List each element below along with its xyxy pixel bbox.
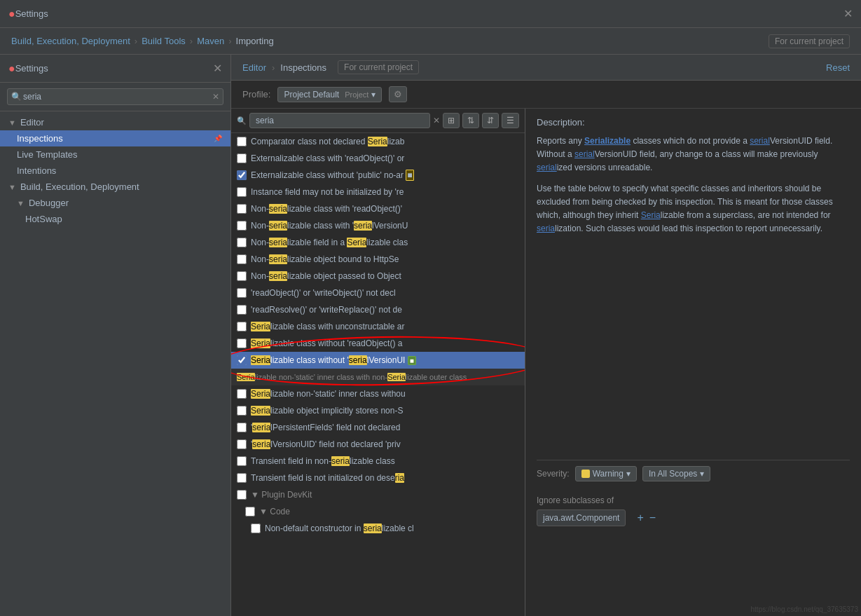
outer-window-title: Settings xyxy=(15,8,48,19)
list-item[interactable]: Transient field in non-serializable clas… xyxy=(231,453,525,470)
list-item[interactable]: Non-serializable object passed to Object xyxy=(231,268,525,285)
inspections-breadcrumb[interactable]: Inspections xyxy=(280,62,326,73)
sidebar-item-inspections[interactable]: Inspections 📌 xyxy=(0,130,230,146)
item-checkbox[interactable] xyxy=(237,389,247,399)
item-text: Comparator class not declared Serializab xyxy=(251,137,519,146)
item-checkbox[interactable] xyxy=(237,473,247,483)
item-checkbox[interactable] xyxy=(237,221,247,231)
list-item[interactable]: 'readResolve()' or 'writeReplace()' not … xyxy=(231,301,525,318)
sidebar-item-build-execution[interactable]: ▼ Build, Execution, Deployment xyxy=(0,179,230,195)
item-checkbox[interactable] xyxy=(237,187,247,197)
inspections-clear-icon[interactable]: ✕ xyxy=(433,116,440,125)
list-item[interactable]: Serializable class with unconstructable … xyxy=(231,318,525,335)
item-checkbox[interactable] xyxy=(237,170,247,180)
item-checkbox[interactable] xyxy=(237,423,247,432)
split-pane: 🔍 ✕ ⊞ ⇅ ⇵ ☰ Comparator class not declare… xyxy=(231,109,861,616)
top-for-project-btn[interactable]: For current project xyxy=(769,34,850,48)
list-item[interactable]: Non-serializable class with 'serialVersi… xyxy=(231,217,525,234)
item-checkbox[interactable] xyxy=(237,153,247,163)
breadcrumb-importing[interactable]: Importing xyxy=(236,36,274,46)
list-item[interactable]: Transient field is not initialized on de… xyxy=(231,470,525,486)
sidebar-inspections-label: Inspections xyxy=(17,133,63,144)
breadcrumb-maven[interactable]: Maven xyxy=(197,36,224,46)
list-item-category[interactable]: Serializable non-'static' inner class wi… xyxy=(231,369,525,385)
reset-btn[interactable]: Reset xyxy=(826,62,850,73)
list-item[interactable]: Non-serializable class with 'readObject(… xyxy=(231,200,525,217)
scope-select[interactable]: In All Scopes ▾ xyxy=(642,466,710,481)
inspections-search-input[interactable] xyxy=(249,113,430,128)
list-item-subcategory[interactable]: ▼ Code xyxy=(231,503,525,520)
list-item[interactable]: Serializable class without 'readObject()… xyxy=(231,335,525,352)
search-icon: 🔍 xyxy=(11,92,22,102)
content-for-project-btn[interactable]: For current project xyxy=(338,60,419,74)
item-checkbox[interactable] xyxy=(237,288,247,298)
item-text: 'readObject()' or 'writeObject()' not de… xyxy=(251,288,519,298)
list-item[interactable]: Serializable object implicitly stores no… xyxy=(231,402,525,419)
item-checkbox[interactable] xyxy=(237,254,247,264)
content-header: Editor › Inspections For current project… xyxy=(231,55,861,81)
list-item[interactable]: Serializable non-'static' inner class wi… xyxy=(231,385,525,402)
item-text: 'serialVersionUID' field not declared 'p… xyxy=(251,439,519,449)
list-item[interactable]: 'serialVersionUID' field not declared 'p… xyxy=(231,436,525,453)
expand-btn[interactable]: ⇅ xyxy=(462,113,479,128)
editor-breadcrumb-link[interactable]: Editor xyxy=(242,62,266,73)
add-entry-btn[interactable]: + xyxy=(637,512,643,524)
item-checkbox[interactable] xyxy=(237,456,247,466)
item-checkbox[interactable] xyxy=(237,271,247,281)
inner-close-btn[interactable]: ✕ xyxy=(213,62,222,75)
item-text: 'readResolve()' or 'writeReplace()' not … xyxy=(251,305,519,315)
sidebar-search-clear-icon[interactable]: ✕ xyxy=(212,92,219,102)
outer-window-bar: ● Settings ✕ xyxy=(0,0,861,28)
list-item[interactable]: Non-serializable field in a Serializable… xyxy=(231,234,525,251)
list-item[interactable]: Comparator class not declared Serializab xyxy=(231,133,525,150)
item-checkbox[interactable] xyxy=(237,490,247,500)
list-item[interactable]: Non-default constructor in serializable … xyxy=(231,520,525,537)
main-layout: ● Settings ✕ 🔍 ✕ ▼ Editor Inspections 📌 … xyxy=(0,55,861,616)
sidebar-item-intentions[interactable]: Intentions xyxy=(0,163,230,179)
item-text: Non-serializable field in a Serializable… xyxy=(251,238,519,247)
list-item-selected[interactable]: Serializable class without 'serialVersio… xyxy=(231,352,525,369)
item-checkbox[interactable] xyxy=(237,439,247,449)
item-checkbox[interactable] xyxy=(237,137,247,146)
severity-select[interactable]: Warning ▾ xyxy=(575,466,637,481)
item-checkbox[interactable] xyxy=(237,204,247,214)
scope-value: In All Scopes xyxy=(649,469,697,479)
item-checkbox[interactable] xyxy=(237,305,247,315)
sidebar-search-input[interactable] xyxy=(7,88,223,105)
list-item[interactable]: Externalizable class without 'public' no… xyxy=(231,167,525,184)
sidebar-item-debugger[interactable]: ▼ Debugger xyxy=(0,195,230,211)
sidebar-item-editor[interactable]: ▼ Editor xyxy=(0,114,230,130)
list-item[interactable]: Instance field may not be initialized by… xyxy=(231,184,525,200)
list-item[interactable]: 'readObject()' or 'writeObject()' not de… xyxy=(231,285,525,301)
item-checkbox[interactable] xyxy=(237,322,247,331)
remove-entry-btn[interactable]: − xyxy=(649,512,656,524)
item-checkbox[interactable] xyxy=(237,355,247,365)
list-item-category2[interactable]: ▼ Plugin DevKit xyxy=(231,486,525,503)
filter-btn[interactable]: ⊞ xyxy=(443,113,460,128)
sidebar-item-live-templates[interactable]: Live Templates xyxy=(0,146,230,163)
sidebar-item-hotswap[interactable]: HotSwap xyxy=(0,211,230,227)
breadcrumb-buildtools[interactable]: Build Tools xyxy=(142,36,186,46)
list-item[interactable]: 'serialPersistentFields' field not decla… xyxy=(231,419,525,436)
list-item[interactable]: Non-serializable object bound to HttpSe xyxy=(231,251,525,268)
item-checkbox[interactable] xyxy=(251,523,261,533)
menu-btn[interactable]: ☰ xyxy=(502,113,519,128)
description-text-2: Use the table below to specify what spec… xyxy=(537,182,850,236)
app-icon: ● xyxy=(8,8,15,20)
list-item[interactable]: Externalizable class with 'readObject()'… xyxy=(231,150,525,167)
ignore-section: Ignore subclasses of java.awt.Component … xyxy=(537,495,850,526)
item-text: Non-serializable class with 'readObject(… xyxy=(251,204,519,214)
collapse-btn[interactable]: ⇵ xyxy=(482,113,499,128)
severity-dropdown-icon: ▾ xyxy=(626,469,631,479)
profile-select[interactable]: Project Default Project ▾ xyxy=(277,87,382,102)
item-checkbox[interactable] xyxy=(245,507,255,516)
breadcrumb-build[interactable]: Build, Execution, Deployment xyxy=(11,36,130,46)
outer-close-btn[interactable]: ✕ xyxy=(843,7,853,20)
debugger-arrow-icon: ▼ xyxy=(17,199,25,207)
item-checkbox[interactable] xyxy=(237,238,247,247)
item-checkbox[interactable] xyxy=(237,338,247,348)
item-checkbox[interactable] xyxy=(237,406,247,416)
profile-gear-btn[interactable]: ⚙ xyxy=(389,86,407,102)
item-text: Non-default constructor in serializable … xyxy=(265,523,519,533)
item-text: Non-serializable class with 'serialVersi… xyxy=(251,221,519,231)
